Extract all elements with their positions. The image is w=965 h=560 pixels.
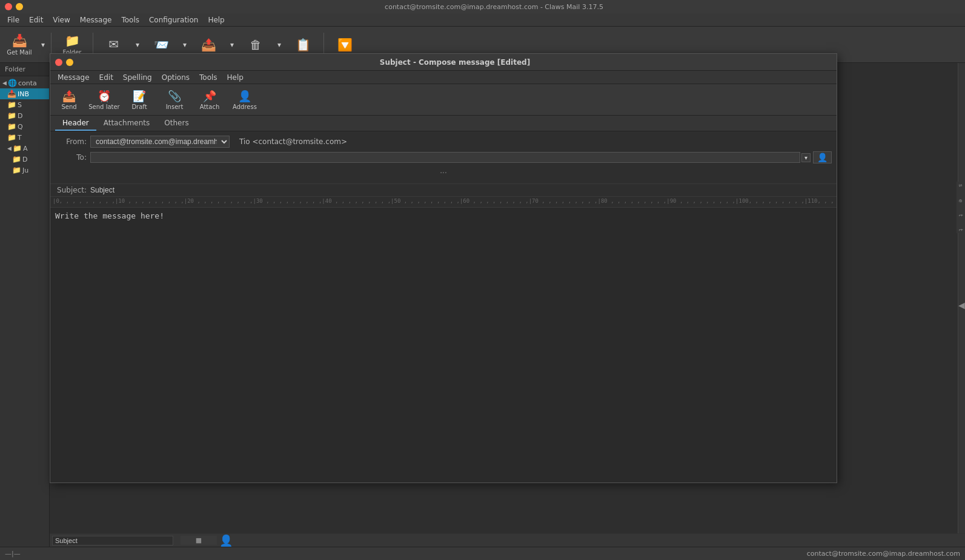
compose-titlebar-controls — [55, 59, 73, 66]
from-select[interactable]: contact@tromsite.com@imap.dreamhost.com — [90, 136, 230, 148]
main-titlebar: contact@tromsite.com@imap.dreamhost.com … — [0, 0, 965, 13]
to-label: To: — [55, 153, 87, 162]
compose-icon: ✉ — [107, 37, 121, 51]
message-body[interactable]: Write the message here! — [50, 208, 837, 483]
menu-file[interactable]: File — [2, 15, 24, 25]
folder-item-ju[interactable]: 📁 Ju — [0, 165, 49, 176]
forward-icon: 📤 — [201, 38, 216, 52]
address-button[interactable]: 👤 Address — [228, 86, 261, 114]
compose-menu-message[interactable]: Message — [53, 72, 95, 83]
junk-icon: 📋 — [296, 38, 310, 52]
compose-menu-spelling[interactable]: Spelling — [118, 72, 157, 83]
compose-close-button[interactable] — [55, 59, 62, 66]
folder-arrow-conta: ◀ — [2, 80, 7, 86]
collapse-icon: ◀ — [957, 300, 966, 310]
folder-icon-a: 📁 — [13, 144, 22, 153]
folder-label-q: Q — [18, 123, 23, 131]
compose-window: Subject - Compose message [Edited] Messa… — [50, 53, 837, 483]
right-collapse-handle[interactable]: ◀ — [958, 63, 965, 547]
subject-row: Subject: — [50, 184, 837, 197]
folder-item-s[interactable]: 📁 S — [0, 99, 49, 110]
attach-icon: 📌 — [203, 90, 216, 102]
folder-label-s: S — [18, 101, 22, 109]
tab-header[interactable]: Header — [55, 116, 96, 131]
menu-message[interactable]: Message — [75, 15, 117, 25]
send-later-icon: ⏰ — [98, 90, 111, 102]
folder-item-t[interactable]: 📁 T — [0, 132, 49, 143]
folder-item-d2[interactable]: 📁 D — [0, 154, 49, 165]
folder-item-inbox[interactable]: 📥 INB — [0, 88, 49, 99]
sidebar-header: Folder — [0, 63, 49, 76]
folder-icon-q: 📁 — [7, 122, 16, 131]
folder-tree: ◀ 🌐 conta 📥 INB 📁 S 📁 D 📁 Q 📁 T ◀ 📁 A — [0, 76, 49, 177]
tab-attachments[interactable]: Attachments — [96, 116, 158, 131]
compose-menu-tools[interactable]: Tools — [194, 72, 222, 83]
compose-toolbar: 📤 Send ⏰ Send later 📝 Draft 📎 Insert 📌 A… — [50, 84, 837, 116]
close-button[interactable] — [5, 3, 12, 10]
delete-icon: 🗑 — [248, 38, 263, 52]
folder-label-conta: conta — [18, 79, 37, 87]
folder-icon-t: 📁 — [7, 133, 16, 142]
get-mail-dropdown[interactable]: ▾ — [39, 29, 47, 61]
folder-icon-conta: 🌐 — [8, 79, 17, 87]
to-input[interactable] — [90, 152, 800, 163]
draft-button[interactable]: 📝 Draft — [123, 86, 156, 114]
main-title: contact@tromsite.com@imap.dreamhost.com … — [28, 3, 960, 11]
menu-edit[interactable]: Edit — [24, 15, 48, 25]
more-headers-button[interactable]: ··· — [440, 169, 446, 177]
compose-menu-options[interactable]: Options — [157, 72, 194, 83]
folder-icon-d: 📁 — [7, 111, 16, 120]
profile-icon: 👤 — [219, 534, 233, 547]
folder-label-ju: Ju — [22, 166, 28, 174]
folder-icon: 📁 — [65, 33, 79, 48]
statusbar-left: —|— — [5, 550, 21, 558]
folder-label-d: D — [18, 112, 22, 120]
menu-tools[interactable]: Tools — [116, 15, 144, 25]
compose-menubar: Message Edit Spelling Options Tools Help — [50, 71, 837, 84]
from-extra: Tio <contact@tromsite.com> — [239, 137, 347, 146]
get-mail-icon: 📥 — [12, 33, 27, 48]
folder-item-a[interactable]: ◀ 📁 A — [0, 143, 49, 154]
send-button[interactable]: 📤 Send — [53, 86, 85, 114]
to-value: ▾ 👤 — [90, 151, 832, 163]
tab-others[interactable]: Others — [157, 116, 196, 131]
ruler: |0, , , , , , , , ,|10 , , , , , , , , ,… — [50, 197, 837, 208]
right-side-panel: s e t t — [957, 182, 965, 233]
send-later-button[interactable]: ⏰ Send later — [88, 86, 121, 114]
address-book-button[interactable]: 👤 — [813, 151, 832, 163]
folder-sidebar: Folder ◀ 🌐 conta 📥 INB 📁 S 📁 D 📁 Q 📁 T ◀ — [0, 63, 50, 547]
send-icon: 📤 — [62, 90, 76, 102]
folder-icon-d2: 📁 — [12, 155, 21, 163]
from-row: From: contact@tromsite.com@imap.dreamhos… — [50, 134, 837, 150]
compose-minimize-button[interactable] — [66, 59, 73, 66]
attach-button[interactable]: 📌 Attach — [193, 86, 226, 114]
insert-button[interactable]: 📎 Insert — [158, 86, 191, 114]
draft-icon: 📝 — [133, 90, 146, 102]
minimize-button[interactable] — [16, 3, 23, 10]
compose-menu-help[interactable]: Help — [222, 72, 248, 83]
subject-bottom-input[interactable] — [52, 536, 173, 545]
menu-view[interactable]: View — [48, 15, 75, 25]
get-mail-button[interactable]: 📥 Get Mail — [2, 29, 36, 61]
folder-item-conta[interactable]: ◀ 🌐 conta — [0, 77, 49, 88]
folder-icon-s: 📁 — [7, 100, 16, 109]
folder-item-d[interactable]: 📁 D — [0, 110, 49, 121]
folder-icon-inbox: 📥 — [7, 90, 16, 98]
subject-input[interactable] — [90, 186, 832, 194]
folder-item-q[interactable]: 📁 Q — [0, 121, 49, 132]
from-label: From: — [55, 137, 87, 146]
compose-menu-edit[interactable]: Edit — [95, 72, 118, 83]
right-label-4: t — [958, 229, 964, 231]
statusbar-email: contact@tromsite.com@imap.dreamhost.com — [807, 550, 960, 558]
from-value: contact@tromsite.com@imap.dreamhost.com … — [90, 136, 832, 148]
to-row: To: ▾ 👤 — [50, 150, 837, 165]
menu-configuration[interactable]: Configuration — [144, 15, 203, 25]
to-type-dropdown[interactable]: ▾ — [801, 153, 811, 162]
subject-label: Subject: — [55, 186, 87, 194]
draft-label: Draft — [131, 104, 147, 110]
reply-icon: 📨 — [154, 38, 168, 52]
folder-label-d2: D — [22, 156, 27, 163]
compose-header: From: contact@tromsite.com@imap.dreamhos… — [50, 131, 837, 184]
statusbar: —|— contact@tromsite.com@imap.dreamhost.… — [0, 547, 965, 560]
menu-help[interactable]: Help — [203, 15, 229, 25]
